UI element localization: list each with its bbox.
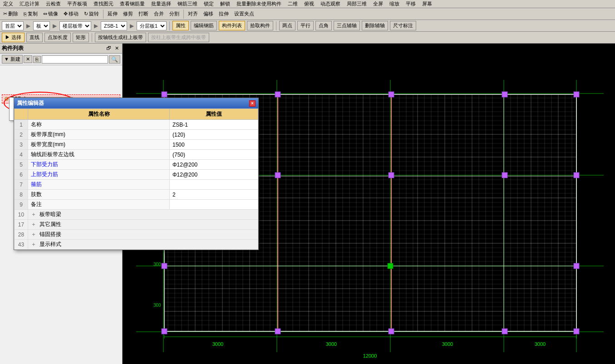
menu-top-view[interactable]: 俯视: [303, 0, 315, 7]
panel-close-btn[interactable]: ✕: [113, 45, 120, 51]
btn-split[interactable]: 分割: [167, 9, 182, 19]
btn-move[interactable]: ✥ 移动: [61, 9, 81, 19]
arrow1: ▶: [25, 23, 31, 29]
floor-select[interactable]: 首层: [2, 21, 24, 30]
btn-trim[interactable]: 修剪: [121, 9, 135, 19]
btn-three-axis[interactable]: 三点辅轴: [334, 21, 360, 30]
menu-find[interactable]: 查找图元: [92, 0, 115, 7]
btn-pick-component[interactable]: 拾取构件: [247, 21, 273, 30]
btn-merge[interactable]: 合并: [152, 9, 166, 19]
search-button[interactable]: 🔍: [109, 55, 120, 64]
btn-component-list[interactable]: 构件列表: [219, 21, 245, 30]
btn-point-angle[interactable]: 点角: [315, 21, 332, 30]
attr-dialog-title-text: 属性编辑器: [17, 99, 44, 107]
type-select[interactable]: 板: [33, 21, 50, 30]
btn-extend[interactable]: 延伸: [105, 9, 120, 19]
btn-rotate[interactable]: ↻ 旋转: [82, 9, 101, 19]
attr-table: 属性名称 属性值 1 名称 ZSB-1 2 板带厚度(mm) (120) 3 板…: [14, 108, 258, 250]
btn-rectangle[interactable]: 矩形: [73, 33, 89, 42]
expand-icon-43[interactable]: ＋: [31, 241, 36, 247]
btn-copy[interactable]: ⎘ 复制: [21, 9, 40, 19]
row-value-5[interactable]: Φ12@200: [170, 160, 258, 170]
rotate-icon: ↻: [84, 11, 88, 17]
row-group-17[interactable]: ＋ 其它属性: [28, 220, 258, 230]
btn-new[interactable]: ▼ 新建: [2, 55, 23, 64]
zone-select[interactable]: ZSB-1: [101, 21, 127, 30]
btn-edit-rebar[interactable]: 编辑钢筋: [191, 21, 217, 30]
btn-gen-col-strip[interactable]: 按轴线生成柱上板带: [95, 33, 146, 42]
menu-unlock[interactable]: 解锁: [219, 0, 231, 7]
btn-del-axis[interactable]: 删除辅轴: [362, 21, 388, 30]
row-value-9[interactable]: [170, 200, 258, 210]
btn-offset[interactable]: 偏移: [201, 9, 216, 19]
menu-2d[interactable]: 二维: [286, 0, 299, 7]
btn-mirror[interactable]: ⇔ 镜像: [41, 9, 60, 19]
menu-batch-select[interactable]: 批量选择: [150, 0, 172, 7]
menu-batch-delete[interactable]: 批量删除未使用构件: [235, 0, 283, 7]
arrow4: ▶: [129, 23, 135, 29]
btn-panel-copy[interactable]: ⎘: [33, 56, 41, 63]
btn-gen-mid-strip[interactable]: 按柱上板带生成跨中板带: [148, 33, 209, 42]
menu-fullscreen[interactable]: 全屏: [372, 0, 384, 7]
btn-set-grip[interactable]: 设置夹点: [232, 9, 256, 19]
row-value-4[interactable]: (750): [170, 150, 258, 160]
table-row-group-10: 10 ＋ 板带暗梁: [15, 210, 258, 220]
btn-break[interactable]: 打断: [136, 9, 151, 19]
menu-lock[interactable]: 锁定: [202, 0, 215, 7]
row-num-2: 2: [15, 130, 28, 140]
menu-local-3d[interactable]: 局部三维: [345, 0, 368, 7]
btn-delete[interactable]: ✂ 删除: [1, 9, 20, 19]
row-value-2[interactable]: (120): [170, 130, 258, 140]
attr-close-button[interactable]: ×: [249, 100, 256, 107]
row-name-1: 名称: [28, 120, 170, 130]
attr-dialog-title-bar: 属性编辑器 ×: [14, 98, 258, 108]
search-container: [42, 55, 108, 64]
row-num-28: 28: [15, 230, 28, 240]
expand-icon-28[interactable]: ＋: [31, 231, 36, 237]
menu-cloud[interactable]: 云检查: [44, 0, 62, 7]
btn-two-point[interactable]: 两点: [279, 21, 295, 30]
svg-rect-130: [389, 172, 394, 178]
row-value-3[interactable]: 1500: [170, 140, 258, 150]
row-name-2: 板带厚度(mm): [28, 130, 170, 140]
floor-layer-select[interactable]: 分层板1: [137, 21, 167, 30]
menu-pan[interactable]: 平移: [404, 0, 417, 7]
panel-title-text: 构件列表: [2, 44, 24, 52]
svg-rect-136: [162, 329, 167, 334]
row-group-10[interactable]: ＋ 板带暗梁: [28, 210, 258, 220]
menu-dynamic-view[interactable]: 动态观察: [319, 0, 342, 7]
row-value-8[interactable]: 2: [170, 190, 258, 200]
row-num-1: 1: [15, 120, 28, 130]
row-value-1[interactable]: ZSB-1: [170, 120, 258, 130]
dim-label-3000-3: 3000: [442, 341, 453, 347]
row-value-7[interactable]: [170, 180, 258, 190]
menu-align[interactable]: 平齐板项: [66, 0, 89, 7]
btn-line[interactable]: 直线: [26, 33, 43, 42]
row-num-4: 4: [15, 150, 28, 160]
menu-zoom[interactable]: 缩放: [388, 0, 401, 7]
btn-align[interactable]: 对齐: [186, 9, 200, 19]
expand-icon-10[interactable]: ＋: [31, 211, 36, 217]
btn-parallel[interactable]: 平行: [297, 21, 314, 30]
menu-calc[interactable]: 汇总计算: [18, 0, 41, 7]
strip-select[interactable]: 楼层板带: [59, 21, 91, 30]
btn-select[interactable]: ▶ 选择: [2, 33, 25, 42]
row-group-28[interactable]: ＋ 锚固搭接: [28, 230, 258, 240]
row-value-6[interactable]: Φ12@200: [170, 170, 258, 180]
menu-define[interactable]: 定义: [2, 0, 15, 7]
search-input[interactable]: [42, 55, 108, 64]
row-group-43[interactable]: ＋ 显示样式: [28, 240, 258, 250]
attr-col-name: 属性名称: [28, 109, 170, 120]
row-name-3: 板带宽度(mm): [28, 140, 170, 150]
btn-dimension[interactable]: 尺寸标注: [390, 21, 416, 30]
btn-stretch[interactable]: 拉伸: [216, 9, 231, 19]
panel-float-btn[interactable]: 🗗: [105, 45, 113, 51]
btn-point-length[interactable]: 点加长度: [44, 33, 71, 42]
expand-icon-17[interactable]: ＋: [31, 221, 36, 227]
btn-panel-delete[interactable]: ✕: [24, 55, 32, 63]
btn-properties[interactable]: 属性: [172, 21, 189, 30]
menu-rebar-3d[interactable]: 钢筋三维: [176, 0, 199, 7]
menu-screen[interactable]: 屏幕: [421, 0, 433, 7]
menu-rebar-view[interactable]: 查看钢筋量: [118, 0, 146, 7]
dim-label-3000-4: 3000: [535, 341, 546, 347]
